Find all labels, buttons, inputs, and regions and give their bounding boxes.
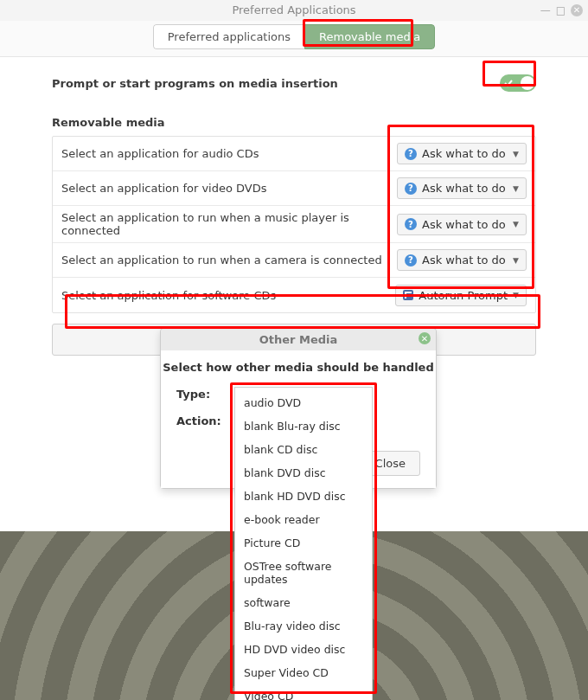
type-option[interactable]: blank HD DVD disc (235, 485, 372, 508)
chevron-down-icon: ▼ (513, 184, 519, 193)
close-icon[interactable]: ✕ (571, 4, 583, 16)
row-label: Select an application for video DVDs (61, 182, 267, 195)
type-option[interactable]: blank CD disc (235, 438, 372, 461)
window-title: Preferred Applications (232, 3, 355, 16)
chevron-down-icon: ▼ (513, 291, 519, 299)
row-video-dvd: Select an application for video DVDs ? A… (53, 171, 535, 206)
question-icon: ? (405, 218, 417, 230)
dialog-subtitle: Select how other media should be handled (161, 350, 436, 388)
tab-bar: Preferred applications Removable media (0, 21, 588, 56)
row-label: Select an application to run when a came… (61, 254, 382, 267)
type-option[interactable]: blank Blu-ray disc (235, 414, 372, 438)
row-label: Select an application for audio CDs (61, 147, 259, 160)
combo-value: Ask what to do (422, 218, 506, 231)
row-label: Select an application to run when a musi… (61, 211, 397, 237)
combo-software-cd[interactable]: Autorun Prompt ▼ (395, 285, 527, 306)
autorun-icon (403, 290, 413, 300)
media-list: Select an application for audio CDs ? As… (52, 136, 536, 313)
row-camera: Select an application to run when a came… (53, 243, 535, 278)
type-option[interactable]: HD DVD video disc (235, 638, 372, 661)
combo-value: Ask what to do (422, 254, 506, 267)
combo-music-player[interactable]: ? Ask what to do ▼ (397, 214, 527, 235)
dialog-titlebar: Other Media ✕ (161, 329, 436, 350)
row-label: Select an application for software CDs (61, 289, 276, 302)
type-option[interactable]: OSTree software updates (235, 555, 372, 591)
type-option[interactable]: blank DVD disc (235, 461, 372, 485)
type-label: Type: (176, 388, 237, 401)
type-option[interactable]: Super Video CD (235, 661, 372, 684)
type-option[interactable]: Picture CD (235, 531, 372, 555)
maximize-icon[interactable]: □ (556, 0, 566, 21)
section-title: Removable media (52, 116, 536, 129)
row-audio-cd: Select an application for audio CDs ? As… (53, 137, 535, 171)
titlebar: Preferred Applications — □ ✕ (0, 0, 588, 21)
tab-preferred-applications[interactable]: Preferred applications (153, 24, 304, 49)
type-option[interactable]: Blu-ray video disc (235, 614, 372, 638)
toggle-knob (521, 76, 534, 90)
combo-value: Ask what to do (422, 147, 506, 160)
type-option[interactable]: e-book reader (235, 508, 372, 531)
dialog-title: Other Media (259, 333, 338, 346)
chevron-down-icon: ▼ (513, 256, 519, 265)
question-icon: ? (405, 183, 417, 195)
check-icon (504, 79, 513, 87)
chevron-down-icon: ▼ (513, 220, 519, 228)
dialog-close-icon[interactable]: ✕ (419, 332, 431, 344)
tab-removable-media[interactable]: Removable media (304, 24, 435, 49)
combo-value: Ask what to do (422, 182, 506, 195)
type-dropdown[interactable]: audio DVD blank Blu-ray disc blank CD di… (234, 387, 373, 700)
type-option[interactable]: Video CD (235, 684, 372, 700)
combo-audio-cd[interactable]: ? Ask what to do ▼ (397, 143, 527, 164)
question-icon: ? (405, 254, 417, 267)
type-option[interactable]: audio DVD (235, 391, 372, 414)
question-icon: ? (405, 148, 417, 160)
row-software-cd: Select an application for software CDs A… (53, 278, 535, 312)
action-label: Action: (176, 414, 237, 427)
prompt-toggle-label: Prompt or start programs on media insert… (52, 77, 338, 90)
type-option[interactable]: software (235, 591, 372, 614)
chevron-down-icon: ▼ (513, 150, 519, 158)
combo-value: Autorun Prompt (419, 289, 508, 302)
row-music-player: Select an application to run when a musi… (53, 206, 535, 243)
combo-camera[interactable]: ? Ask what to do ▼ (397, 249, 527, 271)
prompt-toggle[interactable] (500, 74, 536, 92)
combo-video-dvd[interactable]: ? Ask what to do ▼ (397, 177, 527, 199)
minimize-icon[interactable]: — (540, 0, 551, 21)
